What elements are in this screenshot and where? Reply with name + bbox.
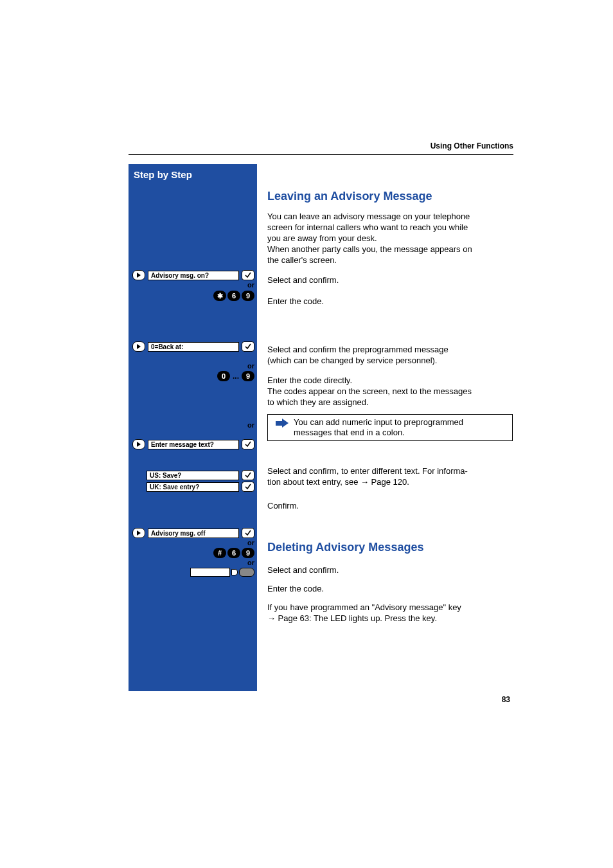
intro-line: When another party calls you, the messag… [267,244,472,254]
step-text: Select and confirm. [267,565,513,575]
section-title-deleting: Deleting Advisory Messages [267,541,513,554]
page-number: 83 [502,695,510,704]
note-box: You can add numeric input to preprogramm… [267,414,513,441]
step-text: Select and confirm, to enter different t… [267,466,513,487]
intro-para: You can leave an advisory message on you… [267,211,513,266]
step-line: (which can be changed by service personn… [267,356,437,365]
sidebar-title: Step by Step [129,164,257,186]
intro-line: the caller's screen. [267,255,337,265]
step-text: Enter the code. [267,583,513,594]
step-line: tion about text entry, see → Page 120. [267,477,409,487]
step-text: Enter the code directly. The codes appea… [267,375,513,408]
step-text: Enter the code. [267,296,513,307]
step-line: Select and confirm, to enter different t… [267,466,468,476]
content-column: Leaving an Advisory Message You can leav… [267,164,513,626]
step-text: Select and confirm the preprogrammed mes… [267,344,513,366]
step-line: to which they are assigned. [267,397,369,407]
step-text: Select and confirm. [267,275,513,285]
section-title-leaving: Leaving an Advisory Message [267,190,513,203]
intro-line: You can leave an advisory message on you… [267,212,470,221]
note-line: messages that end in a colon. [294,428,405,437]
intro-line: screen for internal callers who want to … [267,222,468,232]
step-text: If you have programmed an "Advisory mess… [267,602,513,624]
step-line: Select and confirm the preprogrammed mes… [267,345,449,354]
step-by-step-sidebar: Step by Step [129,164,257,691]
intro-line: you are away from your desk. [267,233,377,243]
step-line: The codes appear on the screen, next to … [267,386,472,396]
note-text: You can add numeric input to preprogramm… [294,417,463,438]
running-head: Using Other Functions [129,141,513,150]
step-line: → Page 63: The LED lights up. Press the … [267,613,437,623]
svg-marker-1 [282,419,289,428]
svg-rect-0 [276,421,282,426]
step-line: If you have programmed an "Advisory mess… [267,602,461,612]
note-icon [272,417,291,438]
header-rule [129,154,513,155]
note-line: You can add numeric input to preprogramm… [294,417,463,427]
step-line: Enter the code directly. [267,375,352,385]
step-text: Confirm. [267,500,513,511]
